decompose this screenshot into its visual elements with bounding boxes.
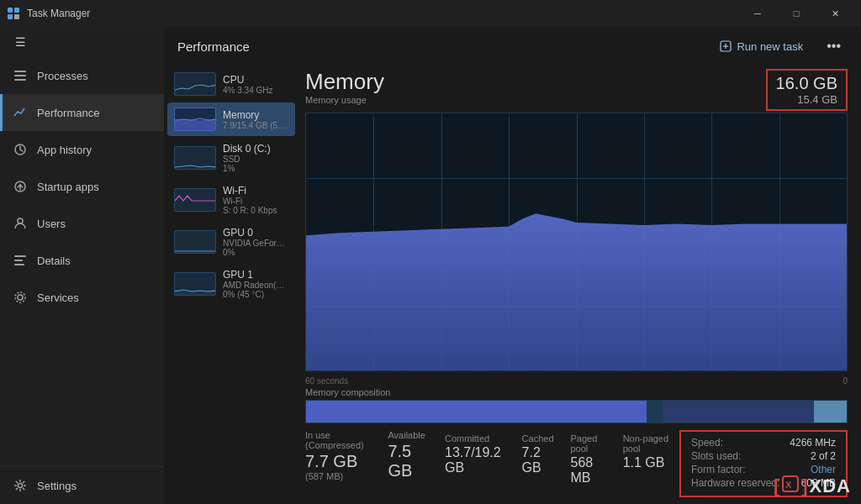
svg-rect-20 [175,120,216,131]
svg-point-10 [18,218,23,223]
startup-apps-label: Startup apps [37,181,99,193]
composition-label: Memory composition [305,387,848,397]
memory-total-sub: 15.4 GB [776,93,837,106]
available-value: 7.5 GB [388,442,428,480]
sidebar-item-details[interactable]: Details [0,242,164,279]
maximize-button[interactable]: □ [777,0,816,27]
app-history-icon [13,143,27,156]
xda-watermark: [ X ] XDA [774,475,851,497]
speed-label: Speed: [691,437,723,449]
stat-row-speed: Speed: 4266 MHz [691,437,836,449]
processes-label: Processes [37,70,88,82]
cached-label: Cached [522,433,554,444]
run-task-icon [720,40,732,52]
sidebar-item-startup-apps[interactable]: Startup apps [0,168,164,205]
paged-pool-value: 568 MB [571,455,606,486]
wifi-speed: S: 0 R: 0 Kbps [223,206,288,215]
sidebar-item-processes[interactable]: Processes [0,57,164,94]
gpu0-mini-chart [174,230,216,254]
svg-rect-5 [14,75,26,76]
wifi-mini-chart [174,188,216,212]
sidebar: ☰ Processes Performance [0,27,164,504]
chart-labels: 60 seconds 0 [305,375,848,387]
memory-usage-chart [305,113,848,371]
device-item-memory[interactable]: Memory 7.9/15.4 GB (51%) [167,102,295,136]
sidebar-menu-toggle[interactable]: ☰ [0,27,164,57]
disk0-name: Disk 0 (C:) [223,143,288,155]
window-title: Task Manager [27,8,738,19]
sidebar-bottom: Settings [0,466,164,504]
performance-label: Performance [37,107,99,119]
titlebar: Task Manager ─ □ ✕ [0,0,861,27]
app-icon [7,7,20,20]
chart-label-left: 60 seconds [305,376,348,386]
memory-usage-label: Memory usage [305,95,384,105]
svg-rect-4 [14,71,26,72]
users-icon [13,217,27,230]
svg-rect-2 [8,14,13,19]
startup-icon [13,180,27,193]
header-actions: Run new task ••• [713,35,848,57]
settings-icon [13,479,27,492]
device-item-cpu[interactable]: CPU 4% 3.34 GHz [167,67,295,101]
xda-bracket-right: ] [801,475,807,497]
cpu-mini-chart [174,72,216,96]
memory-title: Memory [305,69,384,95]
available-label: Available [388,430,428,440]
stats-left: In use (Compressed) 7.7 GB (587 MB) Avai… [305,430,673,497]
device-item-gpu1[interactable]: GPU 1 AMD Radeon(TM) ... 0% (45 °C) [167,264,295,304]
hw-reserved-label: Hardware reserved: [691,477,779,489]
disk-mini-chart [174,146,216,170]
svg-rect-13 [14,264,24,265]
wifi-sub: Wi-Fi [223,197,288,206]
stat-committed: Committed 13.7/19.2 GB [445,433,505,497]
services-label: Services [37,291,79,304]
form-label: Form factor: [691,464,746,475]
stat-non-paged: Non-paged pool 1.1 GB [623,433,673,497]
content-area: Performance Run new task ••• [164,27,861,504]
sidebar-item-settings[interactable]: Settings [0,467,164,504]
stat-row-slots: Slots used: 2 of 2 [691,450,836,462]
gpu1-pct: 0% (45 °C) [223,290,288,299]
form-value: Other [811,464,836,475]
gpu1-mini-chart [174,272,216,296]
memory-total-main: 16.0 GB [776,74,837,93]
perf-panel: Memory Memory usage 16.0 GB 15.4 GB [298,62,861,504]
slots-value: 2 of 2 [811,450,836,462]
slots-label: Slots used: [691,450,741,462]
xda-bracket-left: [ [774,475,779,497]
cpu-name: CPU [223,74,288,86]
cpu-sub: 4% 3.34 GHz [223,86,288,95]
svg-point-14 [18,295,23,300]
in-use-sub: (587 MB) [305,471,371,481]
main-layout: ☰ Processes Performance [0,27,861,504]
in-use-value: 7.7 GB [305,452,371,471]
sidebar-item-services[interactable]: Services [0,279,164,316]
close-button[interactable]: ✕ [816,0,854,27]
sidebar-item-users[interactable]: Users [0,205,164,242]
minimize-button[interactable]: ─ [738,0,777,27]
memory-sub: 7.9/15.4 GB (51%) [223,121,288,130]
svg-rect-1 [14,8,19,13]
more-options-button[interactable]: ••• [820,35,848,57]
device-item-disk0[interactable]: Disk 0 (C:) SSD 1% [167,138,295,178]
non-paged-value: 1.1 GB [623,455,673,470]
device-item-gpu0[interactable]: GPU 0 NVIDIA GeForce R... 0% [167,222,295,262]
sidebar-item-performance[interactable]: Performance [0,94,164,131]
memory-name: Memory [223,109,288,121]
services-icon [13,291,27,304]
run-new-task-button[interactable]: Run new task [713,37,810,56]
svg-rect-11 [14,255,26,257]
content-body: CPU 4% 3.34 GHz [164,62,861,504]
svg-rect-6 [14,79,26,81]
sidebar-item-app-history[interactable]: App history [0,131,164,168]
processes-icon [13,69,27,82]
disk0-pct: 1% [223,164,288,173]
content-title: Performance [177,39,250,54]
device-item-wifi[interactable]: Wi-Fi Wi-Fi S: 0 R: 0 Kbps [167,180,295,220]
gpu0-sub: NVIDIA GeForce R... [223,239,288,248]
wifi-name: Wi-Fi [223,185,288,197]
svg-point-16 [18,484,23,488]
app-history-label: App history [37,144,92,156]
device-list: CPU 4% 3.34 GHz [164,62,298,504]
